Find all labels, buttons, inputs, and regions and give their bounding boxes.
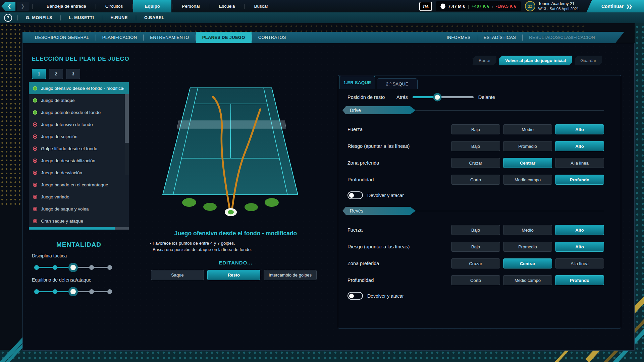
plan-list-item[interactable]: Juego de sujeción [29, 130, 129, 142]
delete-button[interactable]: Borrar [473, 56, 496, 65]
return-position-marker[interactable] [203, 203, 217, 211]
horizontal-scrollbar[interactable] [29, 227, 129, 230]
phase-button-intercambio-de-golpes[interactable]: Intercambio de golpes [264, 270, 317, 280]
option-zona-preferida-centrar[interactable]: Centrar [503, 158, 552, 168]
plan-label: Juego potente desde el fondo [41, 110, 101, 115]
help-icon[interactable]: ? [4, 14, 12, 22]
option-zona-preferida-cruzar[interactable]: Cruzar [451, 158, 500, 168]
serve-tab-2-saque[interactable]: 2.º SAQUE [377, 78, 418, 89]
plan-list-item[interactable]: Juego variado [29, 191, 129, 203]
plan-page-2[interactable]: 2 [49, 69, 63, 79]
option-fuerza-bajo[interactable]: Bajo [451, 225, 500, 235]
option-riesgo-apuntar-a-las-lineas-alto[interactable]: Alto [555, 242, 604, 252]
player-tab-g-monfils[interactable]: G. MONFILS [18, 15, 60, 20]
slider-step-2[interactable] [53, 289, 57, 294]
player-tab-o-babel[interactable]: O.BABEL [137, 15, 172, 20]
return-position-marker[interactable] [245, 203, 258, 211]
option-fuerza-bajo[interactable]: Bajo [451, 124, 500, 134]
phase-button-saque[interactable]: Saque [151, 270, 204, 280]
option-profundidad-corto[interactable]: Corto [451, 275, 500, 285]
slider-step-1[interactable] [34, 265, 39, 270]
option-riesgo-apuntar-a-las-lineas-promedio[interactable]: Promedio [503, 242, 552, 252]
plan-list-item[interactable]: Juego defensivo de fondo [29, 118, 129, 130]
mentality-slider[interactable] [37, 287, 110, 297]
plan-list-item[interactable]: Juego potente desde el fondo [29, 106, 129, 118]
topnav-item-equipo[interactable]: Equipo [133, 0, 171, 12]
plan-list-item[interactable]: Golpe liftado desde el fondo [29, 142, 129, 155]
serve-section-drive: DriveFuerzaBajoMedioAltoRiesgo (apuntar … [347, 106, 604, 199]
vertical-scrollbar[interactable] [125, 94, 129, 175]
option-zona-preferida-centrar[interactable]: Centrar [503, 258, 552, 268]
option-fuerza-alto[interactable]: Alto [555, 225, 604, 235]
plan-page-3[interactable]: 3 [66, 69, 80, 79]
option-row-label: Fuerza [347, 227, 451, 233]
tab-contratos[interactable]: CONTRATOS [252, 32, 292, 43]
continue-label: Continuar [601, 4, 624, 9]
tab-planes-de-juego[interactable]: PLANES DE JUEGO [196, 32, 252, 43]
topnav-item-personal[interactable]: Personal [173, 0, 208, 12]
topnav-item-buscar[interactable]: Buscar [245, 0, 277, 12]
return-position-marker[interactable] [265, 198, 279, 207]
option-fuerza-medio[interactable]: Medio [503, 225, 552, 235]
toggle-devolver-y-atacar[interactable] [347, 292, 363, 300]
plan-page-1[interactable]: 1 [32, 69, 46, 79]
option-riesgo-apuntar-a-las-lineas-alto[interactable]: Alto [555, 141, 604, 151]
phase-button-resto[interactable]: Resto [207, 270, 260, 280]
option-profundidad-medio-campo[interactable]: Medio campo [503, 275, 552, 285]
player-tab-h-rune[interactable]: H.RUNE [103, 15, 135, 20]
option-profundidad-medio-campo[interactable]: Medio campo [503, 175, 552, 185]
continue-button[interactable]: Continuar ❯❯ [586, 0, 644, 12]
option-fuerza-alto[interactable]: Alto [555, 124, 604, 134]
slider-step-4[interactable] [89, 289, 94, 294]
return-position-marker[interactable] [182, 198, 196, 207]
option-profundidad-profundo[interactable]: Profundo [555, 275, 604, 285]
option-profundidad-corto[interactable]: Corto [451, 175, 500, 185]
slider-step-3[interactable] [68, 263, 78, 272]
return-position-slider[interactable] [413, 96, 474, 98]
tab-resultados-clasificacion[interactable]: RESULTADOS/CLASIFICACIÓN [523, 32, 601, 43]
topnav-item-bandeja-de-entrada[interactable]: Bandeja de entrada [38, 0, 95, 12]
tab-informes[interactable]: INFORMES [440, 32, 477, 43]
tab-entrenamiento[interactable]: ENTRENAMIENTO [144, 32, 195, 43]
slider-step-2[interactable] [53, 265, 57, 270]
revert-to-initial-plan-button[interactable]: Volver al plan de juego inicial [499, 56, 572, 65]
plan-list-item[interactable]: Juego de desestabilización [29, 155, 129, 167]
forward-icon[interactable]: ❯ [17, 2, 29, 11]
tab-planificacion[interactable]: PLANIFICACIÓN [96, 32, 144, 43]
serve-tab-1-er-saque[interactable]: 1.ER SAQUE [339, 76, 375, 89]
option-zona-preferida-cruzar[interactable]: Cruzar [451, 258, 500, 268]
finance-summary[interactable]: 7.47 M € | +407 K € / -199.5 K € [436, 1, 521, 11]
plan-list-item[interactable]: Gran saque y ataque [29, 215, 129, 227]
option-fuerza-medio[interactable]: Medio [503, 124, 552, 134]
toggle-devolver-y-atacar[interactable] [347, 191, 363, 199]
topnav-item-circuitos[interactable]: Circuitos [97, 0, 132, 12]
plan-list-item[interactable]: Juego de saque y volea [29, 203, 129, 215]
option-riesgo-apuntar-a-las-lineas-bajo[interactable]: Bajo [451, 141, 500, 151]
tab-descripcion-general[interactable]: DESCRIPCIÓN GENERAL [29, 32, 96, 43]
mentality-slider[interactable] [37, 262, 110, 273]
scrollbar-thumb[interactable] [125, 94, 129, 143]
plan-list-item[interactable]: Juego de ataque [29, 94, 129, 106]
plan-toolbar: Borrar Volver al plan de juego inicial G… [473, 56, 602, 65]
plan-locked-icon [33, 122, 37, 127]
tab-estadisticas[interactable]: ESTADÍSTICAS [477, 32, 523, 43]
return-position-thumb[interactable] [433, 93, 442, 102]
plan-list-item[interactable]: Juego basado en el contraataque [29, 179, 129, 191]
scrollbar-thumb[interactable] [115, 227, 129, 230]
slider-step-5[interactable] [107, 265, 112, 270]
plan-list-item[interactable]: Juego ofensivo desde el fondo - modifica… [29, 82, 129, 94]
option-profundidad-profundo[interactable]: Profundo [555, 175, 604, 185]
save-button[interactable]: Guardar [575, 56, 602, 65]
option-riesgo-apuntar-a-las-lineas-promedio[interactable]: Promedio [503, 141, 552, 151]
plan-list-item[interactable]: Juego de desviación [29, 167, 129, 179]
player-tab-l-musetti[interactable]: L. MUSETTI [61, 15, 101, 20]
option-zona-preferida-a-la-linea[interactable]: A la línea [555, 258, 604, 268]
option-zona-preferida-a-la-linea[interactable]: A la línea [555, 158, 604, 168]
slider-step-5[interactable] [107, 289, 112, 294]
option-riesgo-apuntar-a-las-lineas-bajo[interactable]: Bajo [451, 242, 500, 252]
topnav-item-escuela[interactable]: Escuela [210, 0, 244, 12]
slider-step-4[interactable] [89, 265, 94, 270]
slider-step-1[interactable] [34, 289, 39, 294]
slider-step-3[interactable] [68, 287, 78, 296]
back-icon[interactable]: ❮ [1, 2, 15, 11]
